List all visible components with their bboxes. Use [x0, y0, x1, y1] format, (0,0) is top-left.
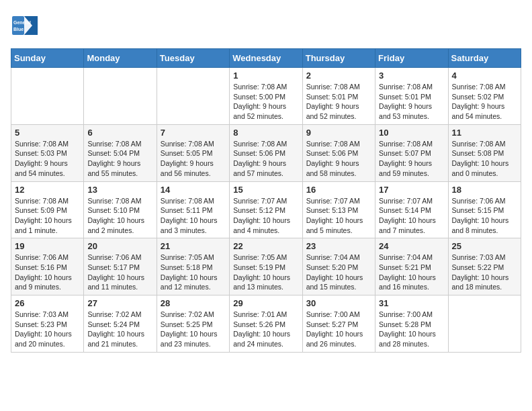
day-number: 17 — [379, 185, 444, 195]
day-cell: 17Sunrise: 7:07 AM Sunset: 5:14 PM Dayli… — [375, 181, 448, 238]
day-info: Sunrise: 7:08 AM Sunset: 5:05 PM Dayligh… — [161, 139, 226, 179]
day-cell: 8Sunrise: 7:08 AM Sunset: 5:06 PM Daylig… — [230, 124, 302, 181]
weekday-header-row: Sunday Monday Tuesday Wednesday Thursday… — [11, 49, 521, 68]
day-cell: 26Sunrise: 7:03 AM Sunset: 5:23 PM Dayli… — [11, 295, 84, 353]
day-cell: 12Sunrise: 7:08 AM Sunset: 5:09 PM Dayli… — [11, 181, 84, 238]
day-number: 14 — [161, 185, 226, 195]
week-row-2: 5Sunrise: 7:08 AM Sunset: 5:03 PM Daylig… — [11, 124, 521, 181]
day-cell: 2Sunrise: 7:08 AM Sunset: 5:01 PM Daylig… — [302, 68, 375, 125]
week-row-3: 12Sunrise: 7:08 AM Sunset: 5:09 PM Dayli… — [11, 181, 521, 238]
day-number: 20 — [87, 241, 152, 251]
day-info: Sunrise: 7:07 AM Sunset: 5:13 PM Dayligh… — [306, 196, 371, 236]
day-info: Sunrise: 7:01 AM Sunset: 5:26 PM Dayligh… — [233, 310, 298, 349]
day-info: Sunrise: 7:08 AM Sunset: 5:09 PM Dayligh… — [15, 196, 80, 236]
day-info: Sunrise: 7:00 AM Sunset: 5:27 PM Dayligh… — [306, 310, 371, 349]
day-info: Sunrise: 7:08 AM Sunset: 5:06 PM Dayligh… — [233, 139, 298, 179]
day-cell: 27Sunrise: 7:02 AM Sunset: 5:24 PM Dayli… — [84, 295, 157, 353]
day-info: Sunrise: 7:08 AM Sunset: 5:02 PM Dayligh… — [452, 82, 517, 122]
week-row-5: 26Sunrise: 7:03 AM Sunset: 5:23 PM Dayli… — [11, 295, 521, 353]
day-info: Sunrise: 7:08 AM Sunset: 5:04 PM Dayligh… — [87, 139, 152, 179]
day-number: 12 — [15, 185, 80, 195]
day-cell: 3Sunrise: 7:08 AM Sunset: 5:01 PM Daylig… — [375, 68, 448, 125]
day-number: 23 — [306, 241, 371, 251]
header-friday: Friday — [375, 49, 448, 68]
day-cell: 6Sunrise: 7:08 AM Sunset: 5:04 PM Daylig… — [84, 124, 157, 181]
header-saturday: Saturday — [448, 49, 521, 68]
day-info: Sunrise: 7:02 AM Sunset: 5:24 PM Dayligh… — [87, 310, 152, 349]
day-cell: 25Sunrise: 7:03 AM Sunset: 5:22 PM Dayli… — [448, 238, 521, 295]
day-number: 31 — [379, 298, 444, 308]
day-number: 24 — [379, 241, 444, 251]
day-cell: 9Sunrise: 7:08 AM Sunset: 5:06 PM Daylig… — [302, 124, 375, 181]
day-cell: 16Sunrise: 7:07 AM Sunset: 5:13 PM Dayli… — [302, 181, 375, 238]
day-info: Sunrise: 7:08 AM Sunset: 5:03 PM Dayligh… — [15, 139, 80, 179]
day-number: 29 — [233, 298, 298, 308]
day-info: Sunrise: 7:04 AM Sunset: 5:20 PM Dayligh… — [306, 253, 371, 292]
svg-text:General: General — [13, 20, 31, 25]
day-info: Sunrise: 7:08 AM Sunset: 5:00 PM Dayligh… — [233, 82, 298, 122]
day-info: Sunrise: 7:07 AM Sunset: 5:12 PM Dayligh… — [233, 196, 298, 236]
day-number: 7 — [161, 128, 226, 138]
day-info: Sunrise: 7:08 AM Sunset: 5:06 PM Dayligh… — [306, 139, 371, 179]
day-cell: 21Sunrise: 7:05 AM Sunset: 5:18 PM Dayli… — [157, 238, 229, 295]
day-info: Sunrise: 7:03 AM Sunset: 5:23 PM Dayligh… — [15, 310, 80, 349]
day-info: Sunrise: 7:06 AM Sunset: 5:17 PM Dayligh… — [87, 253, 152, 292]
day-info: Sunrise: 7:00 AM Sunset: 5:28 PM Dayligh… — [379, 310, 444, 349]
day-number: 10 — [379, 128, 444, 138]
day-info: Sunrise: 7:05 AM Sunset: 5:19 PM Dayligh… — [233, 253, 298, 292]
day-info: Sunrise: 7:06 AM Sunset: 5:15 PM Dayligh… — [452, 196, 517, 236]
day-cell: 7Sunrise: 7:08 AM Sunset: 5:05 PM Daylig… — [157, 124, 229, 181]
day-info: Sunrise: 7:05 AM Sunset: 5:18 PM Dayligh… — [161, 253, 226, 292]
day-info: Sunrise: 7:06 AM Sunset: 5:16 PM Dayligh… — [15, 253, 80, 292]
day-cell: 20Sunrise: 7:06 AM Sunset: 5:17 PM Dayli… — [84, 238, 157, 295]
day-number: 21 — [161, 241, 226, 251]
day-info: Sunrise: 7:08 AM Sunset: 5:01 PM Dayligh… — [379, 82, 444, 122]
day-info: Sunrise: 7:04 AM Sunset: 5:21 PM Dayligh… — [379, 253, 444, 292]
day-cell: 19Sunrise: 7:06 AM Sunset: 5:16 PM Dayli… — [11, 238, 84, 295]
day-cell: 23Sunrise: 7:04 AM Sunset: 5:20 PM Dayli… — [302, 238, 375, 295]
header-thursday: Thursday — [302, 49, 375, 68]
day-number: 3 — [379, 71, 444, 81]
day-number: 4 — [452, 71, 517, 81]
page-header: General Blue — [11, 11, 521, 40]
day-cell: 4Sunrise: 7:08 AM Sunset: 5:02 PM Daylig… — [448, 68, 521, 125]
day-number: 30 — [306, 298, 371, 308]
header-monday: Monday — [84, 49, 157, 68]
day-number: 15 — [233, 185, 298, 195]
day-cell: 24Sunrise: 7:04 AM Sunset: 5:21 PM Dayli… — [375, 238, 448, 295]
day-info: Sunrise: 7:08 AM Sunset: 5:08 PM Dayligh… — [452, 139, 517, 179]
day-cell: 13Sunrise: 7:08 AM Sunset: 5:10 PM Dayli… — [84, 181, 157, 238]
svg-rect-1 — [12, 16, 24, 35]
day-info: Sunrise: 7:02 AM Sunset: 5:25 PM Dayligh… — [161, 310, 226, 349]
day-cell: 14Sunrise: 7:08 AM Sunset: 5:11 PM Dayli… — [157, 181, 229, 238]
day-cell: 11Sunrise: 7:08 AM Sunset: 5:08 PM Dayli… — [448, 124, 521, 181]
day-number: 5 — [15, 128, 80, 138]
day-info: Sunrise: 7:08 AM Sunset: 5:01 PM Dayligh… — [306, 82, 371, 122]
day-number: 25 — [452, 241, 517, 251]
day-info: Sunrise: 7:08 AM Sunset: 5:11 PM Dayligh… — [161, 196, 226, 236]
day-cell: 31Sunrise: 7:00 AM Sunset: 5:28 PM Dayli… — [375, 295, 448, 353]
day-number: 22 — [233, 241, 298, 251]
day-cell — [448, 295, 521, 353]
day-number: 19 — [15, 241, 80, 251]
day-cell: 22Sunrise: 7:05 AM Sunset: 5:19 PM Dayli… — [230, 238, 302, 295]
day-number: 11 — [452, 128, 517, 138]
day-cell: 15Sunrise: 7:07 AM Sunset: 5:12 PM Dayli… — [230, 181, 302, 238]
day-number: 18 — [452, 185, 517, 195]
day-number: 13 — [87, 185, 152, 195]
svg-text:Blue: Blue — [13, 27, 24, 32]
day-number: 27 — [87, 298, 152, 308]
header-wednesday: Wednesday — [230, 49, 302, 68]
day-cell: 1Sunrise: 7:08 AM Sunset: 5:00 PM Daylig… — [230, 68, 302, 125]
day-cell: 29Sunrise: 7:01 AM Sunset: 5:26 PM Dayli… — [230, 295, 302, 353]
day-number: 26 — [15, 298, 80, 308]
logo: General Blue — [11, 11, 40, 40]
day-number: 9 — [306, 128, 371, 138]
day-number: 8 — [233, 128, 298, 138]
day-cell: 10Sunrise: 7:08 AM Sunset: 5:07 PM Dayli… — [375, 124, 448, 181]
week-row-4: 19Sunrise: 7:06 AM Sunset: 5:16 PM Dayli… — [11, 238, 521, 295]
day-cell — [11, 68, 84, 125]
header-sunday: Sunday — [11, 49, 84, 68]
day-info: Sunrise: 7:08 AM Sunset: 5:07 PM Dayligh… — [379, 139, 444, 179]
day-cell: 18Sunrise: 7:06 AM Sunset: 5:15 PM Dayli… — [448, 181, 521, 238]
